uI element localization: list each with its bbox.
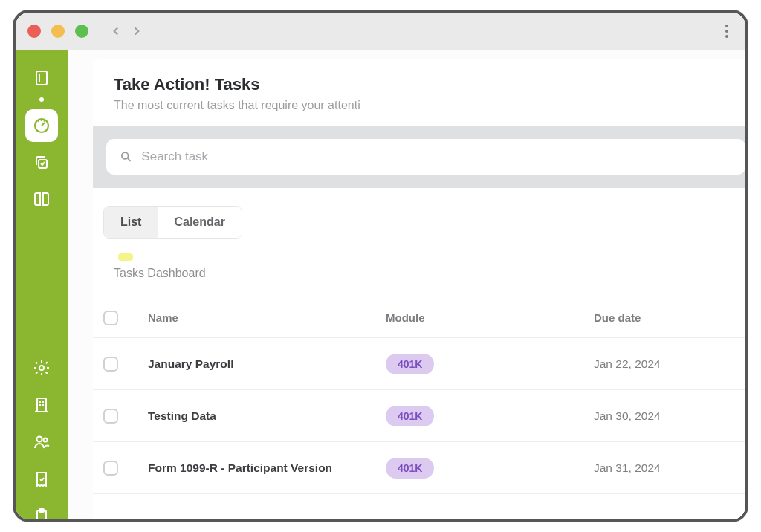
copy-icon: [33, 154, 51, 172]
sidebar-item-clipboard[interactable]: [25, 500, 58, 519]
search-box[interactable]: [106, 139, 745, 175]
sidebar-item-docs[interactable]: [25, 184, 58, 216]
module-badge: 401K: [386, 354, 434, 374]
table-header: Name Module Due date: [93, 298, 745, 338]
tab-list[interactable]: List: [104, 207, 158, 238]
sidebar-item-copy[interactable]: [25, 146, 58, 179]
col-module: Module: [386, 311, 594, 324]
task-due: Jan 31, 2024: [594, 461, 735, 475]
page-subtitle: The most current tasks that require your…: [114, 99, 745, 112]
view-tabs: List Calendar: [103, 206, 242, 239]
page-title: Take Action! Tasks: [114, 75, 745, 94]
row-checkbox[interactable]: [103, 409, 118, 424]
forward-icon[interactable]: [130, 25, 143, 38]
table-row[interactable]: Testing Data 401K Jan 30, 2024: [93, 390, 745, 442]
sidebar-active-indicator: [39, 97, 44, 102]
module-badge: 401K: [386, 458, 434, 479]
gauge-icon: [33, 117, 51, 134]
sidebar-item-receipt[interactable]: [25, 463, 58, 496]
close-window-button[interactable]: [27, 25, 41, 38]
svg-point-12: [44, 438, 48, 442]
task-name: Form 1099-R - Participant Version: [148, 461, 386, 475]
tasks-table: Name Module Due date January Payroll 401…: [93, 298, 745, 494]
svg-line-16: [128, 158, 131, 161]
settings-icon: [33, 359, 51, 377]
book-icon: [33, 69, 51, 87]
col-due: Due date: [594, 311, 735, 324]
task-name: January Payroll: [148, 357, 386, 371]
select-all-checkbox[interactable]: [103, 311, 118, 325]
sidebar-item-building[interactable]: [25, 389, 58, 421]
table-row[interactable]: January Payroll 401K Jan 22, 2024: [93, 338, 745, 390]
svg-rect-5: [37, 398, 46, 412]
tasks-card: Take Action! Tasks The most current task…: [93, 59, 745, 519]
dashboard-label: Tasks Dashboard: [114, 267, 745, 280]
sidebar-item-settings[interactable]: [25, 351, 58, 384]
col-name: Name: [148, 311, 386, 324]
svg-point-11: [37, 437, 42, 442]
nav-arrows: [109, 25, 143, 38]
sidebar-item-dashboard[interactable]: [25, 109, 58, 142]
clipboard-icon: [33, 507, 51, 519]
search-input[interactable]: [141, 149, 732, 164]
row-checkbox[interactable]: [103, 461, 118, 476]
tab-calendar[interactable]: Calendar: [158, 207, 241, 238]
receipt-icon: [33, 470, 51, 488]
sidebar-item-book[interactable]: [25, 62, 58, 94]
back-icon[interactable]: [109, 25, 123, 38]
building-icon: [33, 396, 51, 414]
menu-button[interactable]: [720, 25, 734, 38]
main-content: Take Action! Tasks The most current task…: [68, 50, 745, 519]
task-due: Jan 22, 2024: [594, 357, 735, 371]
module-badge: 401K: [386, 406, 434, 426]
task-due: Jan 30, 2024: [594, 409, 735, 423]
svg-point-4: [39, 366, 44, 370]
maximize-window-button[interactable]: [75, 25, 88, 38]
open-book-icon: [33, 191, 51, 209]
body: Take Action! Tasks The most current task…: [16, 50, 745, 519]
minimize-window-button[interactable]: [51, 25, 65, 38]
highlight-mark: [118, 253, 133, 261]
sidebar-item-users[interactable]: [25, 426, 58, 458]
search-bar-container: [93, 126, 745, 188]
search-icon: [120, 150, 132, 163]
svg-point-15: [122, 152, 129, 159]
task-name: Testing Data: [148, 409, 386, 423]
svg-rect-0: [36, 71, 47, 85]
users-icon: [33, 433, 51, 451]
app-window: Take Action! Tasks The most current task…: [13, 10, 748, 522]
row-checkbox[interactable]: [103, 357, 118, 372]
titlebar: [16, 13, 745, 50]
card-header: Take Action! Tasks The most current task…: [93, 59, 745, 126]
table-row[interactable]: Form 1099-R - Participant Version 401K J…: [93, 442, 745, 494]
sidebar: [16, 50, 68, 519]
